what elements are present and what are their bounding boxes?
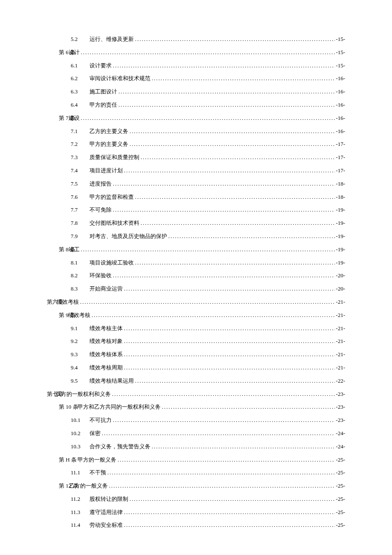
toc-entry-title: 绩效考核体系: [89, 352, 124, 357]
toc-row: 第 12 条乙方的一般义务-25-: [47, 483, 345, 488]
toc-entry-number: 第 10 条: [59, 404, 78, 410]
toc-leader-dots: [162, 404, 335, 410]
toc-entry-number: 7.6: [71, 194, 89, 200]
toc-row: 第 7 条建设-16-: [47, 115, 345, 121]
toc-entry-title: 甲方的监督和检查: [89, 194, 135, 200]
toc-row: 9.1绩效考核主体-21-: [47, 325, 345, 331]
toc-entry-title: 绩效考核结果运用: [89, 378, 135, 384]
toc-row: 第七章双方的一般权利和义务-23-: [47, 391, 345, 397]
toc-entry-number: 9.2: [71, 338, 89, 344]
toc-row: 10.1不可抗力-23-: [47, 417, 345, 423]
toc-leader-dots: [124, 168, 335, 173]
toc-entry-page: -20-: [335, 273, 345, 278]
toc-entry-page: -25-: [335, 470, 345, 475]
toc-entry-title: 绩效考核主体: [89, 325, 124, 331]
toc-entry-page: -19-: [335, 220, 345, 226]
toc-row: 6.4甲方的责任-16-: [47, 102, 345, 108]
toc-leader-dots: [113, 181, 335, 186]
toc-entry-number: 6.3: [71, 89, 89, 94]
toc-row: 7.6甲方的监督和检查-18-: [47, 194, 345, 200]
toc-entry-number: 第六章: [47, 299, 57, 305]
toc-entry-page: -15-: [335, 36, 345, 42]
toc-entry-title: 不可免除: [89, 207, 113, 212]
toc-entry-page: -19-: [335, 247, 345, 252]
toc-entry-title: 合作义务，预先警告义务: [89, 444, 152, 449]
toc-entry-page: -21-: [335, 299, 345, 305]
toc-row: 7.2甲方的主要义务-17-: [47, 141, 345, 147]
toc-entry-page: -23-: [335, 391, 345, 397]
toc-leader-dots: [113, 63, 335, 68]
toc-entry-title: 进度报告: [89, 181, 113, 186]
toc-entry-page: -17-: [335, 168, 345, 173]
toc-entry-page: -22-: [335, 378, 345, 384]
toc-container: 5.2运行、维修及更新-15-第 6 条设计-15-6.1设计要求-15-6.2…: [47, 36, 345, 528]
toc-entry-number: 10.2: [71, 430, 89, 436]
toc-row: 7.8交付图纸和技术资料-19-: [47, 220, 345, 226]
toc-entry-number: 第 12 条: [59, 483, 69, 488]
toc-entry-number: 7.3: [71, 154, 89, 160]
toc-entry-title: 竣工: [69, 247, 81, 252]
toc-entry-page: -25-: [335, 496, 345, 502]
toc-entry-title: 项目设施竣工验收: [89, 260, 135, 265]
toc-entry-page: -18-: [335, 181, 345, 186]
toc-entry-title: 设计: [69, 49, 81, 55]
toc-entry-number: 7.8: [71, 220, 89, 226]
toc-leader-dots: [135, 194, 335, 200]
toc-entry-number: 9.3: [71, 352, 89, 357]
toc-entry-title: 股权转让的限制: [89, 496, 130, 502]
toc-entry-page: -18-: [335, 194, 345, 200]
toc-entry-title: 劳动安全标准: [89, 522, 124, 528]
toc-entry-title: 不干预: [89, 470, 107, 475]
toc-entry-title: 不可抗力: [89, 417, 113, 423]
toc-row: 9.2绩效考核对象-21-: [47, 338, 345, 344]
toc-entry-page: -15-: [335, 63, 345, 68]
toc-row: 9.3绩效考核体系-21-: [47, 352, 345, 357]
toc-entry-page: -20-: [335, 286, 345, 291]
toc-entry-title: 遵守适用法律: [89, 509, 124, 515]
toc-row: 8.1项目设施竣工验收-19-: [47, 260, 345, 265]
toc-entry-page: -19-: [335, 207, 345, 212]
toc-entry-number: 11.4: [71, 522, 89, 528]
toc-entry-title: 环保验收: [89, 273, 113, 278]
toc-entry-title: 质量保证和质量控制: [89, 154, 141, 160]
toc-entry-number: 9.5: [71, 378, 89, 384]
toc-entry-number: 6.2: [71, 76, 89, 81]
toc-leader-dots: [124, 365, 335, 370]
toc-entry-number: 第 8 条: [59, 247, 69, 252]
toc-entry-page: -17-: [335, 141, 345, 147]
toc-row: 5.2运行、维修及更新-15-: [47, 36, 345, 42]
toc-entry-title: 绩效考核: [68, 312, 92, 318]
toc-row: 10.3合作义务，预先警告义务-24-: [47, 444, 345, 449]
toc-leader-dots: [81, 49, 335, 55]
toc-row: 7.1乙方的主要义务-16-: [47, 128, 345, 134]
toc-leader-dots: [135, 36, 335, 42]
toc-entry-number: 8.3: [71, 286, 89, 291]
toc-entry-title: 绩效考核: [57, 299, 80, 305]
toc-entry-page: -21-: [335, 325, 345, 331]
toc-row: 7.7不可免除-19-: [47, 207, 345, 212]
toc-row: 7.4项目进度计划-17-: [47, 168, 345, 173]
toc-leader-dots: [118, 457, 335, 462]
toc-entry-page: -25-: [335, 509, 345, 515]
toc-row: 第 H 条甲方的一般义务-25-: [47, 457, 345, 462]
toc-entry-number: 7.7: [71, 207, 89, 212]
toc-row: 第 9 条绩效考核-21-: [47, 312, 345, 318]
toc-entry-title: 建设: [69, 115, 81, 121]
toc-entry-title: 保密: [89, 430, 102, 436]
toc-leader-dots: [113, 417, 335, 423]
toc-row: 8.2环保验收-20-: [47, 273, 345, 278]
toc-entry-title: 绩效考核对象: [89, 338, 124, 344]
toc-entry-number: 9.1: [71, 325, 89, 331]
toc-leader-dots: [113, 273, 335, 278]
toc-entry-page: -16-: [335, 102, 345, 108]
toc-leader-dots: [81, 115, 335, 121]
toc-entry-number: 第 9 条: [59, 312, 68, 318]
toc-entry-title: 甲方的一般义务: [78, 457, 118, 462]
toc-leader-dots: [135, 378, 335, 384]
toc-leader-dots: [130, 496, 335, 502]
toc-entry-page: -23-: [335, 404, 345, 410]
toc-entry-number: 7.1: [71, 128, 89, 134]
toc-entry-page: -25-: [335, 483, 345, 488]
toc-entry-number: 6.1: [71, 63, 89, 68]
toc-leader-dots: [135, 260, 335, 265]
